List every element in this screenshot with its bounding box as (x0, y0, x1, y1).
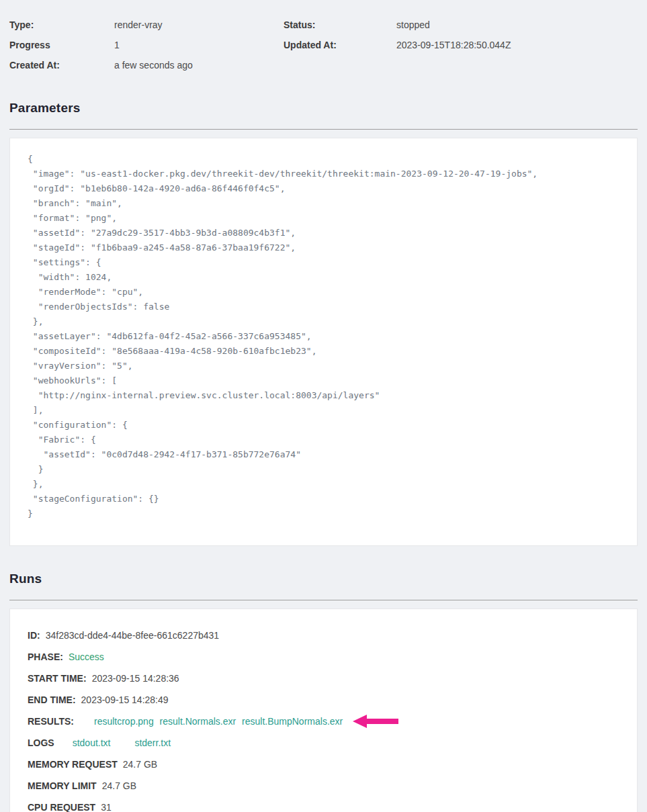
job-detail-page: Type: render-vray Status: stopped Progre… (0, 15, 647, 812)
parameters-divider (9, 129, 638, 130)
result-file-link[interactable]: resultcrop.png (94, 716, 154, 727)
run-id-value: 34f283cd-dde4-44be-8fee-661c6227b431 (46, 630, 219, 641)
job-summary: Type: render-vray Status: stopped Progre… (9, 15, 638, 75)
runs-panel: ID: 34f283cd-dde4-44be-8fee-661c6227b431… (9, 608, 638, 812)
run-id-label: ID: (28, 630, 40, 641)
status-value: stopped (396, 19, 638, 30)
run-id-row: ID: 34f283cd-dde4-44be-8fee-661c6227b431 (28, 629, 619, 641)
run-phase-row: PHASE: Success (28, 651, 619, 663)
result-file-link[interactable]: result.BumpNormals.exr (242, 716, 343, 727)
created-at-value: a few seconds ago (114, 60, 284, 71)
run-memory-limit-label: MEMORY LIMIT (28, 780, 97, 791)
run-end-time-row: END TIME: 2023-09-15 14:28:49 (28, 694, 619, 706)
parameters-heading: Parameters (9, 101, 638, 116)
parameters-json: { "image": "us-east1-docker.pkg.dev/thre… (28, 152, 619, 521)
run-end-time-value: 2023-09-15 14:28:49 (81, 694, 169, 705)
progress-value: 1 (114, 40, 284, 50)
run-memory-request-value: 24.7 GB (123, 759, 157, 770)
type-value: render-vray (114, 19, 284, 30)
run-start-time-value: 2023-09-15 14:28:36 (92, 673, 179, 684)
type-label: Type: (9, 19, 114, 30)
log-file-link[interactable]: stderr.txt (134, 737, 171, 748)
updated-at-label: Updated At: (284, 40, 396, 50)
parameters-panel: { "image": "us-east1-docker.pkg.dev/thre… (9, 138, 638, 546)
run-logs-links: stdout.txt stderr.txt (73, 737, 192, 748)
progress-label: Progress (9, 40, 114, 50)
created-at-label: Created At: (9, 60, 114, 71)
run-memory-request-label: MEMORY REQUEST (28, 759, 118, 770)
run-memory-limit-value: 24.7 GB (102, 780, 136, 791)
run-memory-limit-row: MEMORY LIMIT 24.7 GB (28, 780, 619, 792)
run-logs-label: LOGS (28, 737, 54, 748)
run-end-time-label: END TIME: (28, 694, 76, 705)
run-memory-request-row: MEMORY REQUEST 24.7 GB (28, 758, 619, 770)
run-cpu-request-label: CPU REQUEST (28, 802, 95, 812)
run-phase-label: PHASE: (28, 651, 63, 662)
result-file-link[interactable]: result.Normals.exr (160, 716, 236, 727)
run-start-time-row: START TIME: 2023-09-15 14:28:36 (28, 672, 619, 684)
runs-divider (9, 600, 638, 600)
annotation-arrow-icon (353, 715, 398, 728)
run-cpu-request-value: 31 (101, 802, 112, 812)
log-file-link[interactable]: stdout.txt (73, 737, 111, 748)
run-start-time-label: START TIME: (28, 673, 87, 684)
run-results-row: RESULTS: resultcrop.png result.Normals.e… (28, 715, 619, 727)
run-results-label: RESULTS: (28, 716, 74, 727)
status-label: Status: (284, 19, 396, 30)
run-logs-row: LOGS stdout.txt stderr.txt (28, 737, 619, 749)
runs-heading: Runs (9, 572, 638, 586)
run-phase-badge: Success (69, 651, 104, 662)
run-cpu-request-row: CPU REQUEST 31 (28, 801, 619, 812)
updated-at-value: 2023-09-15T18:28:50.044Z (396, 40, 638, 50)
run-results-links: resultcrop.png result.Normals.exr result… (94, 716, 346, 727)
